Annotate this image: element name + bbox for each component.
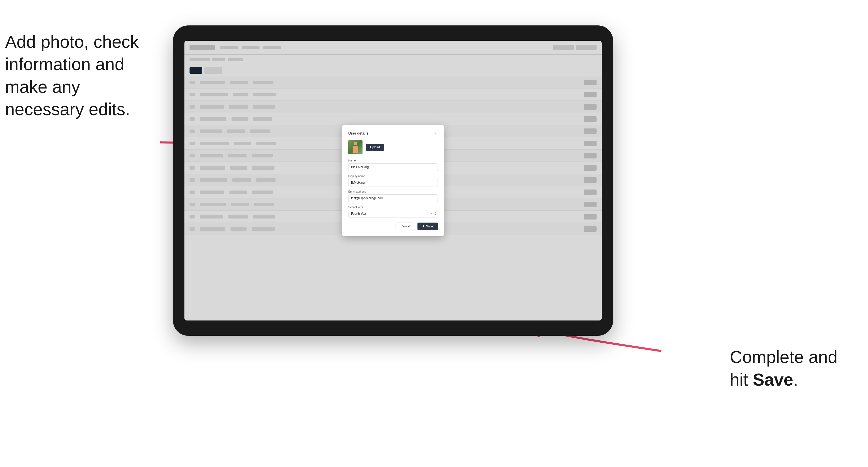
avatar-body bbox=[352, 146, 358, 153]
display-name-input[interactable] bbox=[348, 179, 438, 186]
save-button[interactable]: ⬆ Save bbox=[417, 223, 438, 230]
cancel-button[interactable]: Cancel bbox=[396, 223, 415, 230]
annotation-right-line1: Complete and bbox=[730, 347, 837, 367]
modal-title-bar: User details × bbox=[348, 131, 438, 135]
school-year-wrapper: × ▲ ▼ bbox=[348, 210, 438, 217]
save-label: Save bbox=[426, 225, 433, 228]
tablet-device: User details × Upload Name bbox=[173, 25, 613, 336]
close-icon[interactable]: × bbox=[433, 131, 438, 135]
name-input[interactable] bbox=[348, 163, 438, 171]
avatar-head bbox=[353, 142, 357, 145]
name-field-group: Name bbox=[348, 159, 438, 171]
chevron-down-icon: ▼ bbox=[434, 214, 436, 216]
chevron-up-icon: ▲ bbox=[434, 212, 436, 214]
display-name-label: Display name bbox=[348, 175, 438, 178]
school-year-arrows[interactable]: ▲ ▼ bbox=[434, 212, 436, 216]
modal-actions: Cancel ⬆ Save bbox=[348, 223, 438, 230]
modal-photo-row: Upload bbox=[348, 140, 438, 154]
email-input[interactable] bbox=[348, 194, 438, 202]
annotation-right: Complete and hit Save. bbox=[730, 346, 837, 391]
save-icon: ⬆ bbox=[422, 225, 425, 228]
school-year-field-group: School Year × ▲ ▼ bbox=[348, 206, 438, 217]
tablet-screen: User details × Upload Name bbox=[184, 41, 602, 320]
user-details-modal: User details × Upload Name bbox=[342, 125, 444, 236]
email-label: Email address bbox=[348, 190, 438, 193]
upload-photo-button[interactable]: Upload bbox=[366, 144, 384, 151]
display-name-field-group: Display name bbox=[348, 175, 438, 186]
avatar-image bbox=[348, 140, 363, 154]
school-year-clear-icon[interactable]: × bbox=[430, 212, 432, 216]
name-label: Name bbox=[348, 159, 438, 162]
annotation-left: Add photo, check information and make an… bbox=[5, 31, 138, 121]
avatar bbox=[348, 140, 363, 154]
school-year-input[interactable] bbox=[348, 210, 438, 217]
annotation-right-line2: hit Save. bbox=[730, 370, 798, 389]
annotation-left-text: Add photo, check information and make an… bbox=[5, 32, 138, 119]
school-year-label: School Year bbox=[348, 206, 438, 209]
email-field-group: Email address bbox=[348, 190, 438, 202]
modal-title: User details bbox=[348, 131, 368, 135]
modal-overlay: User details × Upload Name bbox=[184, 41, 602, 320]
